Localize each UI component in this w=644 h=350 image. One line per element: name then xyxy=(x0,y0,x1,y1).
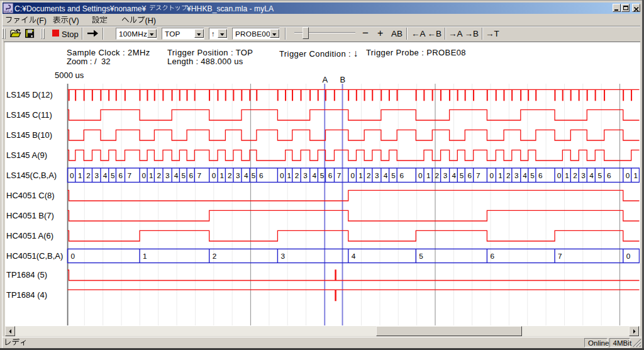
svg-text:6: 6 xyxy=(607,171,611,180)
svg-text:2: 2 xyxy=(157,171,162,180)
svg-text:0: 0 xyxy=(626,252,631,261)
svg-text:4: 4 xyxy=(174,171,179,180)
svg-text:4: 4 xyxy=(523,171,527,180)
svg-text:5: 5 xyxy=(598,171,602,180)
svg-text:7: 7 xyxy=(337,171,341,180)
svg-text:4: 4 xyxy=(103,171,108,180)
svg-text:3: 3 xyxy=(236,171,240,180)
svg-text:6: 6 xyxy=(189,171,194,180)
svg-text:3: 3 xyxy=(514,171,519,180)
svg-text:1: 1 xyxy=(220,171,225,180)
svg-text:1: 1 xyxy=(565,171,569,180)
svg-text:0: 0 xyxy=(70,171,74,180)
svg-text:5: 5 xyxy=(320,171,325,180)
svg-text:3: 3 xyxy=(581,171,586,180)
svg-text:6: 6 xyxy=(119,171,123,180)
svg-text:5: 5 xyxy=(252,171,256,180)
svg-text:4: 4 xyxy=(589,171,594,180)
svg-text:5: 5 xyxy=(419,252,423,261)
svg-text:6: 6 xyxy=(467,171,472,180)
svg-text:3: 3 xyxy=(95,171,99,180)
svg-text:3: 3 xyxy=(280,252,285,261)
svg-text:5: 5 xyxy=(111,171,115,180)
svg-text:1: 1 xyxy=(287,171,292,180)
svg-text:0: 0 xyxy=(418,171,423,180)
svg-text:0: 0 xyxy=(351,171,355,180)
svg-text:2: 2 xyxy=(435,171,439,180)
svg-text:5: 5 xyxy=(182,171,186,180)
svg-text:0: 0 xyxy=(280,171,284,180)
svg-text:0: 0 xyxy=(142,171,147,180)
svg-text:1: 1 xyxy=(634,171,638,180)
svg-text:3: 3 xyxy=(303,171,308,180)
svg-text:2: 2 xyxy=(367,171,371,180)
svg-text:0: 0 xyxy=(557,171,562,180)
svg-text:1: 1 xyxy=(426,171,431,180)
svg-text:2: 2 xyxy=(506,171,511,180)
svg-text:5: 5 xyxy=(460,171,464,180)
svg-text:6: 6 xyxy=(538,171,543,180)
svg-text:4: 4 xyxy=(452,171,456,180)
svg-text:1: 1 xyxy=(143,252,147,261)
svg-text:6: 6 xyxy=(259,171,264,180)
svg-text:2: 2 xyxy=(228,171,232,180)
svg-text:7: 7 xyxy=(476,171,480,180)
svg-text:1: 1 xyxy=(149,171,153,180)
svg-text:6: 6 xyxy=(490,252,494,261)
svg-text:0: 0 xyxy=(490,171,494,180)
svg-text:3: 3 xyxy=(443,171,448,180)
svg-text:2: 2 xyxy=(573,171,577,180)
svg-text:7: 7 xyxy=(128,171,132,180)
svg-text:6: 6 xyxy=(328,171,333,180)
svg-text:1: 1 xyxy=(498,171,502,180)
svg-text:2: 2 xyxy=(213,252,217,261)
svg-text:0: 0 xyxy=(212,171,216,180)
svg-text:3: 3 xyxy=(375,171,379,180)
svg-text:0: 0 xyxy=(71,252,75,261)
svg-text:1: 1 xyxy=(78,171,82,180)
svg-text:2: 2 xyxy=(86,171,91,180)
svg-text:4: 4 xyxy=(384,171,388,180)
svg-text:1: 1 xyxy=(358,171,363,180)
svg-text:5: 5 xyxy=(530,171,535,180)
svg-text:4: 4 xyxy=(244,171,248,180)
svg-text:6: 6 xyxy=(399,171,404,180)
svg-text:2: 2 xyxy=(295,171,299,180)
svg-text:4: 4 xyxy=(352,252,356,261)
svg-text:7: 7 xyxy=(558,252,562,261)
svg-text:0: 0 xyxy=(626,171,630,180)
svg-text:4: 4 xyxy=(312,171,316,180)
svg-text:7: 7 xyxy=(197,171,202,180)
svg-text:5: 5 xyxy=(391,171,396,180)
svg-text:3: 3 xyxy=(165,171,170,180)
